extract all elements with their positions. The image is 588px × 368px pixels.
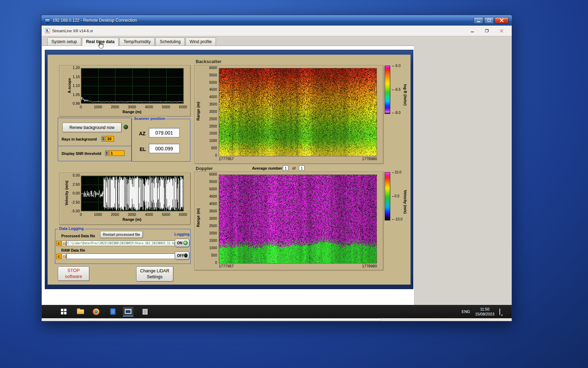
app-close-button[interactable]	[497, 28, 506, 34]
snr-spinner[interactable]	[105, 150, 108, 156]
restore-icon	[485, 29, 489, 32]
doppler-frame: Range (m) 600055005000450040003500300025…	[194, 172, 383, 270]
raw-browse-icon[interactable]	[62, 254, 66, 259]
of-label: of	[292, 166, 295, 170]
clock-time: 11:50	[480, 307, 490, 312]
rays-value-field[interactable]: 10	[106, 136, 114, 142]
tick-label: 6000	[179, 212, 187, 217]
processed-path-text: C:\Lidar\Data\Proc\2023\202308\20230815\…	[67, 242, 175, 245]
rdp-minimize-button[interactable]	[474, 17, 483, 24]
renew-background-button[interactable]: Renew background now	[62, 123, 121, 132]
snr-value-field[interactable]: 1	[109, 150, 125, 156]
action-center-button[interactable]	[499, 309, 500, 315]
tick-label: 4000	[209, 95, 217, 99]
tick-label: 2000	[111, 105, 119, 109]
colorbar-tick: -6.5	[392, 88, 400, 91]
taskbar-streamline-app[interactable]	[123, 307, 133, 316]
restart-processed-file-button[interactable]: Restart processed file	[100, 231, 143, 238]
taskbar-firefox[interactable]	[91, 307, 101, 316]
doppler-title: Doppler	[196, 166, 213, 171]
app-window-icon	[125, 309, 132, 314]
logging-off-button[interactable]: OFF	[175, 251, 189, 260]
processed-path-field[interactable]: C:\Lidar\Data\Proc\2023\202308\20230815\…	[66, 240, 175, 246]
el-value-display[interactable]: 000.099	[149, 144, 180, 153]
backscatter-colorbar	[385, 66, 390, 114]
background-controls-group: Renew background now Rays in background …	[58, 118, 132, 161]
processed-drive-selector[interactable]: C	[56, 241, 61, 246]
taskbar-document-app[interactable]	[107, 307, 118, 316]
remote-computer-icon	[45, 19, 50, 22]
rdp-titlebar[interactable]: 192.168.0.122 - Remote Desktop Connectio…	[41, 15, 512, 26]
rdp-maximize-button[interactable]	[484, 17, 494, 24]
backscatter-title: Backscatter	[196, 59, 222, 64]
tab-scheduling[interactable]: Scheduling	[155, 38, 184, 46]
backscatter-heatmap	[219, 68, 377, 156]
tick-label: 500	[211, 254, 217, 257]
tick-label: 5500	[209, 180, 217, 184]
decrement-icon[interactable]	[106, 154, 108, 155]
raw-drive-selector[interactable]: C	[56, 254, 61, 259]
tab-system-setup[interactable]: System setup	[47, 38, 81, 46]
doppler-colorbar	[385, 172, 390, 220]
tick-label: 1.10	[73, 84, 80, 87]
tick-label: -2.50	[71, 200, 80, 204]
minimize-icon	[477, 21, 480, 22]
minimize-icon	[471, 32, 474, 32]
average-of-field[interactable]: 1	[299, 165, 304, 171]
tick-label: 2000	[111, 212, 119, 217]
tab-bar: System setup Real time data Temp/humidit…	[47, 38, 217, 46]
rdp-close-button[interactable]	[495, 17, 509, 24]
tick-label: 2000	[209, 125, 217, 128]
tick-label: 5000	[162, 105, 170, 109]
backscatter-time-start: 1777957	[219, 157, 234, 161]
tick-label: 3000	[128, 105, 136, 109]
average-number-field[interactable]: 1	[283, 165, 288, 171]
taskbar-scheduler-app[interactable]	[140, 307, 150, 316]
rdp-horizontal-scrollbar[interactable]	[42, 318, 512, 321]
app-minimize-button[interactable]	[468, 28, 477, 34]
logging-on-button[interactable]: ON	[175, 239, 189, 247]
rays-spinner[interactable]	[102, 136, 105, 142]
tab-wind-profile[interactable]: Wind profile	[186, 38, 216, 46]
tick-label: 4500	[209, 195, 217, 198]
processed-browse-icon[interactable]	[62, 241, 66, 246]
hand-cursor	[97, 41, 104, 49]
labview-app-icon	[45, 28, 50, 33]
tab-temp-humidity[interactable]: Temp/humidity	[119, 38, 155, 46]
app-titlebar[interactable]: StreamLine XR v14-6.vi	[42, 26, 512, 36]
start-button[interactable]	[58, 307, 69, 316]
scheduler-icon	[142, 309, 148, 315]
az-value-display[interactable]: 079.001	[149, 128, 180, 137]
backscatter-ytick-labels: 6000550050004500400035003000250020001500…	[202, 66, 217, 157]
app-restore-button[interactable]	[482, 28, 491, 34]
backscatter-time-end: 1778980	[321, 157, 377, 161]
doppler-heatmap	[219, 175, 377, 264]
change-lidar-settings-button[interactable]: Change LiDAR Settings	[136, 266, 173, 281]
tick-label: 6000	[209, 173, 217, 176]
colorbar-tick: -10.0	[392, 217, 402, 221]
increment-icon[interactable]	[106, 151, 108, 153]
taskbar-clock[interactable]: 11:50 15/08/2023	[472, 305, 497, 318]
raw-path-field[interactable]	[66, 253, 175, 259]
logging-on-led	[183, 241, 188, 245]
processed-data-file-label: Processed Data file	[61, 234, 95, 238]
tick-label: 1500	[209, 239, 217, 243]
tick-label: 0.99	[73, 102, 80, 105]
app-title: StreamLine XR v14-6.vi	[52, 29, 93, 33]
stop-software-button[interactable]: STOP software	[58, 266, 89, 281]
decrement-icon[interactable]	[102, 139, 104, 141]
taskbar-file-explorer[interactable]	[75, 307, 86, 316]
scrollbar-thumb[interactable]	[73, 319, 381, 321]
doppler-time-end: 1778980	[321, 264, 377, 268]
logging-label: Logging	[174, 232, 189, 236]
divider	[58, 146, 131, 146]
language-indicator[interactable]: ENG	[459, 305, 473, 318]
tick-label: 0	[80, 105, 82, 109]
increment-icon[interactable]	[102, 137, 104, 138]
tick-label: 1.15	[73, 75, 80, 79]
data-logging-group: Data Logging Processed Data file Restart…	[55, 229, 191, 264]
colorbar-tick: 10.0	[392, 170, 401, 174]
tick-label: 2500	[209, 117, 217, 121]
tick-label: 4000	[209, 202, 217, 206]
tick-label: 6000	[209, 66, 217, 70]
